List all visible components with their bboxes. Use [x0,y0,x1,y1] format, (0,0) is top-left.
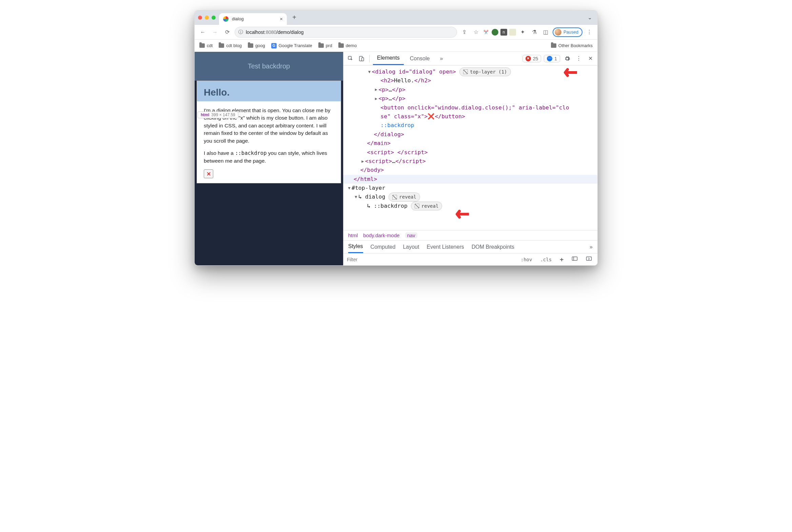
forward-button[interactable]: → [210,27,220,37]
dom-node-backdrop[interactable]: ::backdrop [347,121,596,130]
back-button[interactable]: ← [198,27,207,37]
cls-toggle[interactable]: .cls [538,257,554,262]
subtab-styles[interactable]: Styles [348,241,363,253]
reveal-badge[interactable]: reveal [411,202,442,210]
dom-node-button-cont[interactable]: se" class="x">❌</button> [347,112,596,121]
bookmark-cdt-blog[interactable]: cdt blog [219,43,242,48]
dom-node-p[interactable]: ▶<p>…</p> [347,86,596,94]
bookmark-star-icon[interactable]: ☆ [471,27,481,37]
bookmark-cdt[interactable]: cdt [199,43,213,48]
elements-tree[interactable]: ▼<dialog id="dialog" open>top-layer (1) … [344,65,597,230]
error-count-badge[interactable]: ✕25 [522,55,541,62]
dom-node-script[interactable]: <script> </script> [347,148,596,157]
bookmark-demo[interactable]: demo [338,43,357,48]
minimize-window-button[interactable] [205,16,209,20]
dom-node-dialog-close[interactable]: </dialog> [347,130,596,139]
info-count-badge[interactable]: ⋯1 [544,55,560,62]
folder-icon [551,43,556,48]
new-tab-button[interactable]: + [290,13,299,22]
tab-console[interactable]: Console [406,52,434,65]
maximize-window-button[interactable] [211,16,216,20]
other-bookmarks[interactable]: Other Bookmarks [551,43,593,48]
share-icon[interactable]: ⇪ [460,27,469,37]
window-controls [197,16,219,20]
extension-n-icon[interactable]: n [500,29,507,36]
devtools-close-icon[interactable]: ✕ [586,54,595,63]
browser-tab[interactable]: dialog × [219,13,287,25]
url-port: :8080 [264,30,276,35]
reload-button[interactable]: ⟳ [222,27,232,37]
url-path: /demo/dialog [276,30,303,35]
hov-toggle[interactable]: :hov [519,257,534,262]
dom-node-main-close[interactable]: </main> [347,139,596,148]
page-header[interactable]: Test backdrop [195,52,343,81]
extension-beige-icon[interactable] [509,29,516,36]
bookmark-prd[interactable]: prd [318,43,332,48]
extension-scissors-icon[interactable]: ✂️ [483,29,490,36]
subtab-overflow[interactable]: » [590,241,593,253]
address-bar[interactable]: ⓘ localhost:8080/demo/dialog [235,27,457,38]
settings-gear-icon[interactable] [563,54,572,63]
dom-node-script-collapsed[interactable]: ▶<script>…</script> [347,157,596,166]
folder-icon [248,43,253,48]
folder-icon [318,43,324,48]
tab-strip: dialog × + ⌄ [195,11,597,25]
tab-title: dialog [232,16,244,21]
subtab-dom-breakpoints[interactable]: DOM Breakpoints [472,241,514,253]
menu-kebab-icon[interactable]: ⋮ [585,27,594,37]
toolbar: ← → ⟳ ⓘ localhost:8080/demo/dialog ⇪ ☆ ✂… [195,25,597,40]
extensions-puzzle-icon[interactable]: ✦ [518,27,528,37]
dialog-close-button[interactable]: ✕ [204,169,213,178]
crumb-body[interactable]: body.dark-mode [363,232,399,238]
computed-toggle-icon[interactable] [570,256,580,263]
toggle-sidebar-icon[interactable] [584,256,594,263]
dialog-highlight: Hello. [197,81,341,101]
browser-window: dialog × + ⌄ ← → ⟳ ⓘ localhost:8080/demo… [194,10,598,266]
new-rule-button[interactable]: + [558,256,566,263]
dom-node-dialog[interactable]: ▼<dialog id="dialog" open>top-layer (1) [347,68,596,76]
bookmark-goog[interactable]: goog [248,43,265,48]
bookmark-google-translate[interactable]: GGoogle Translate [271,43,312,49]
dom-node-html-close[interactable]: </html> [344,175,597,184]
dom-node-body-close[interactable]: </body> [347,166,596,174]
labs-flask-icon[interactable]: ⚗ [530,27,539,37]
dom-node-top-layer-backdrop[interactable]: ↳ ::backdropreveal [347,202,596,210]
dom-node-p[interactable]: ▶<p>…</p> [347,94,596,103]
filter-input[interactable] [347,257,515,262]
select-icon [415,204,419,208]
select-icon [463,70,468,74]
select-icon [392,195,397,200]
tab-overflow[interactable]: » [436,52,447,65]
subtab-computed[interactable]: Computed [371,241,396,253]
dialog-title: Hello. [204,87,334,98]
dialog-paragraph-2: I also have a ::backdrop you can style, … [204,149,334,165]
translate-icon: G [271,43,277,49]
crumb-nav[interactable]: nav [405,232,417,238]
subtab-layout[interactable]: Layout [403,241,419,253]
profile-chip[interactable]: Paused [553,27,583,37]
devtools-toolbar: Elements Console » ✕25 ⋯1 ⋮ ✕ [344,52,597,65]
dom-node-h2[interactable]: <h2>Hello.</h2> [347,76,596,85]
top-layer-badge[interactable]: top-layer (1) [459,68,511,76]
inspect-element-icon[interactable] [346,54,355,63]
tab-close-icon[interactable]: × [280,16,283,21]
url-host: localhost [246,30,264,35]
tabs-dropdown-button[interactable]: ⌄ [584,14,595,21]
tab-elements[interactable]: Elements [373,52,404,65]
bookmarks-bar: cdt cdt blog goog GGoogle Translate prd … [195,40,597,52]
folder-icon [199,43,205,48]
reveal-badge[interactable]: reveal [389,192,420,201]
subtab-event-listeners[interactable]: Event Listeners [426,241,464,253]
crumb-html[interactable]: html [348,232,358,238]
side-panel-icon[interactable]: ◫ [541,27,551,37]
device-toolbar-icon[interactable] [357,54,366,63]
devtools-pane: Elements Console » ✕25 ⋯1 ⋮ ✕ ▼<dialog i… [343,52,597,265]
close-window-button[interactable] [198,16,202,20]
dom-node-top-layer[interactable]: ▼#top-layer [347,184,596,192]
devtools-menu-icon[interactable]: ⋮ [574,54,583,63]
dom-node-top-layer-dialog[interactable]: ▼↳ dialogreveal [347,192,596,201]
site-info-icon[interactable]: ⓘ [238,29,243,35]
profile-label: Paused [564,30,578,35]
dom-node-button[interactable]: <button onclick="window.dialog.close();"… [347,103,596,112]
extension-green-icon[interactable] [492,29,498,36]
